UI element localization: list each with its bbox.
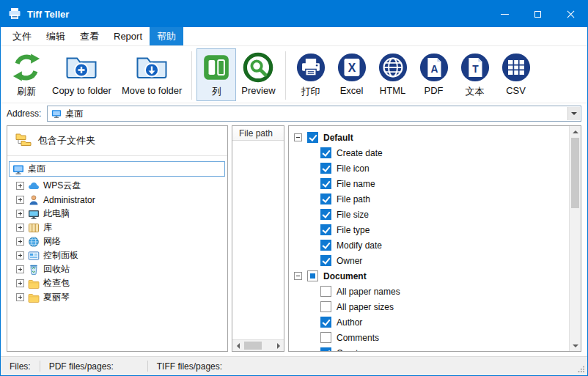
scrollbar-track[interactable]: [570, 137, 581, 340]
address-value: 桌面: [65, 108, 83, 120]
checkbox-checked-icon[interactable]: [320, 209, 331, 220]
horizontal-scrollbar[interactable]: [232, 339, 284, 351]
scroll-left-button[interactable]: [232, 340, 243, 351]
tree-item-folder-1[interactable]: 检查包: [7, 276, 227, 290]
chevron-down-icon: [571, 112, 577, 115]
checkbox-checked-icon[interactable]: [320, 163, 331, 174]
menu-help[interactable]: 帮助: [150, 27, 183, 45]
menu-file[interactable]: 文件: [5, 27, 39, 45]
status-tiff-label: TIFF files/pages:: [157, 361, 222, 372]
copy-to-folder-icon: [65, 51, 98, 84]
column-option-file-path[interactable]: File path: [289, 191, 569, 207]
cloud-icon: [28, 180, 40, 192]
folder-tree-panel: 包含子文件夹 桌面 WPS云盘 Administrator: [7, 125, 228, 352]
column-option-owner[interactable]: Owner: [289, 253, 569, 268]
column-option-modify-date[interactable]: Modify date: [289, 237, 569, 253]
text-export-button[interactable]: T 文本: [455, 48, 496, 101]
address-combo[interactable]: 桌面: [47, 106, 581, 122]
tree-item-desktop[interactable]: 桌面: [9, 161, 225, 177]
excel-button[interactable]: X Excel: [331, 48, 372, 99]
expand-icon[interactable]: [16, 279, 24, 287]
minimize-button[interactable]: [488, 1, 521, 27]
preview-button[interactable]: Preview: [236, 48, 280, 99]
folder-icon: [28, 292, 40, 303]
expand-icon[interactable]: [16, 224, 24, 232]
vertical-scrollbar[interactable]: [569, 126, 581, 351]
expand-icon[interactable]: [16, 210, 24, 218]
column-option-file-size[interactable]: File size: [289, 207, 569, 222]
expand-icon[interactable]: [16, 265, 24, 273]
checkbox-unchecked-icon[interactable]: [320, 332, 331, 343]
menu-edit[interactable]: 编辑: [39, 27, 73, 45]
column-option-creator[interactable]: Creator: [289, 345, 569, 351]
pdf-button[interactable]: A PDF: [414, 48, 455, 99]
menu-view[interactable]: 查看: [73, 27, 106, 45]
checkbox-checked-icon[interactable]: [320, 240, 331, 251]
tree-item-administrator[interactable]: Administrator: [7, 193, 227, 207]
column-option-comments[interactable]: Comments: [289, 330, 569, 345]
column-option-author[interactable]: Author: [289, 314, 569, 330]
copy-to-folder-button[interactable]: Copy to folder: [47, 48, 117, 99]
arrow-up-icon: [573, 130, 578, 133]
checkbox-checked-icon[interactable]: [320, 178, 331, 189]
expand-icon[interactable]: [16, 293, 24, 301]
expand-icon[interactable]: [16, 182, 24, 190]
csv-button[interactable]: CSV: [496, 48, 537, 99]
tree-item-libraries[interactable]: 库: [7, 221, 227, 235]
scroll-down-button[interactable]: [570, 340, 581, 351]
refresh-button[interactable]: 刷新: [6, 48, 47, 101]
checkbox-unchecked-icon[interactable]: [320, 286, 331, 297]
address-dropdown-button[interactable]: [567, 107, 580, 120]
resize-grip-icon[interactable]: [577, 365, 585, 373]
html-button[interactable]: HTML: [372, 48, 414, 99]
checkbox-partial-icon[interactable]: [307, 270, 318, 281]
checkbox-checked-icon[interactable]: [307, 132, 318, 143]
tree-item-network[interactable]: 网络: [7, 235, 227, 248]
columns-button[interactable]: 列: [196, 48, 236, 101]
scroll-right-button[interactable]: [273, 340, 284, 351]
close-button[interactable]: [554, 1, 587, 27]
expand-icon[interactable]: [16, 251, 24, 259]
menu-report[interactable]: Report: [106, 27, 150, 45]
tree-item-this-pc[interactable]: 此电脑: [7, 207, 227, 221]
print-button[interactable]: 打印: [290, 48, 331, 101]
column-option-create-date[interactable]: Create date: [289, 145, 569, 161]
tree-item-wps-cloud[interactable]: WPS云盘: [7, 179, 227, 193]
column-option-file-type[interactable]: File type: [289, 222, 569, 237]
collapse-icon[interactable]: [294, 133, 302, 141]
scroll-up-button[interactable]: [570, 126, 581, 137]
column-option-all-paper-sizes[interactable]: All paper sizes: [289, 299, 569, 314]
scrollbar-track[interactable]: [243, 340, 273, 351]
collapse-icon[interactable]: [294, 272, 302, 280]
column-option-file-icon[interactable]: File icon: [289, 161, 569, 176]
expand-icon[interactable]: [16, 196, 24, 204]
column-option-file-name[interactable]: File name: [289, 176, 569, 191]
checkbox-checked-icon[interactable]: [320, 317, 331, 328]
tree-item-control-panel[interactable]: 控制面板: [7, 248, 227, 262]
tree-item-folder-2[interactable]: 夏丽琴: [7, 290, 227, 304]
checkbox-checked-icon[interactable]: [320, 224, 331, 235]
tree-item-recycle-bin[interactable]: 回收站: [7, 262, 227, 276]
column-header-file-path[interactable]: File path: [232, 126, 284, 141]
arrow-down-icon: [573, 344, 578, 347]
checkbox-checked-icon[interactable]: [320, 347, 331, 351]
checkbox-checked-icon[interactable]: [320, 255, 331, 266]
expand-icon[interactable]: [16, 237, 24, 246]
checkbox-unchecked-icon[interactable]: [320, 301, 331, 312]
folder-tree: 桌面 WPS云盘 Administrator 此电脑: [7, 156, 227, 351]
column-group-document[interactable]: Document: [289, 268, 569, 284]
column-group-default[interactable]: Default: [289, 130, 569, 145]
status-files-label: Files:: [10, 361, 31, 372]
checkbox-checked-icon[interactable]: [320, 193, 331, 204]
tree-item-label: 此电脑: [43, 207, 70, 220]
column-option-all-paper-names[interactable]: All paper names: [289, 284, 569, 299]
maximize-icon: [534, 11, 541, 18]
scrollbar-thumb[interactable]: [244, 342, 262, 350]
include-subfolders-option[interactable]: 包含子文件夹: [7, 126, 227, 156]
status-pdf-label: PDF files/pages:: [49, 361, 114, 372]
maximize-button[interactable]: [521, 1, 554, 27]
move-to-folder-button[interactable]: Move to folder: [117, 48, 187, 99]
checkbox-checked-icon[interactable]: [320, 147, 331, 158]
window-controls: [488, 1, 587, 27]
scrollbar-thumb[interactable]: [571, 138, 579, 208]
